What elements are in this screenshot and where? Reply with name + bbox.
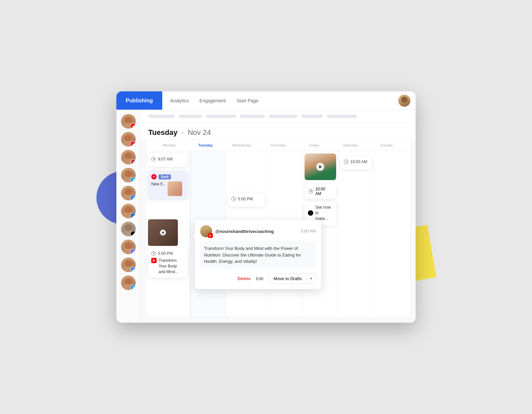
main-layout: P 📷 ✕ f bbox=[116, 110, 416, 323]
account-avatar-twitter2[interactable]: ✕ bbox=[121, 275, 136, 290]
cal-col-saturday: 10:00 AM bbox=[338, 151, 374, 317]
clock-icon-2 bbox=[151, 251, 156, 256]
cal-col-wednesday: 5:00 PM bbox=[226, 151, 267, 317]
account-avatar-facebook[interactable]: f bbox=[121, 186, 136, 200]
filter-pill-2[interactable] bbox=[179, 115, 202, 118]
friday-post-header: ♪ See how to make... bbox=[308, 205, 333, 221]
outer-wrapper: ℓ Publishing Analytics Engagement Start … bbox=[116, 91, 416, 323]
post-card-monday-evening[interactable]: 5:00 PM Transform Your Body and Mind... bbox=[148, 248, 188, 278]
draft-image bbox=[168, 181, 182, 196]
sidebar-item-linkedin[interactable]: in bbox=[121, 204, 136, 218]
pinterest-icon: P bbox=[151, 174, 157, 179]
draft-badge: Draft bbox=[159, 174, 171, 179]
popup-username: @nourishandthrivecoaching bbox=[215, 229, 298, 234]
tiktok-icon: ♪ bbox=[308, 210, 313, 216]
tab-analytics[interactable]: Analytics bbox=[170, 97, 189, 105]
weekday-headers: Monday Tuesday Wednesday Thursday Friday… bbox=[146, 140, 410, 151]
account-avatar-pinterest[interactable]: P bbox=[121, 132, 136, 147]
youtube-badge bbox=[130, 123, 136, 129]
calendar-columns: 9:07 AM P Draft bbox=[146, 151, 410, 317]
google-badge: G bbox=[130, 267, 136, 272]
post-time-saturday: 10:00 AM bbox=[344, 159, 369, 164]
friday-post-caption: See how to make... bbox=[315, 205, 333, 221]
sidebar-item-instagram[interactable]: 📷 bbox=[121, 150, 136, 164]
account-avatar-google[interactable]: G bbox=[121, 258, 136, 272]
delete-button[interactable]: Delete bbox=[238, 276, 251, 281]
clock-icon bbox=[151, 157, 156, 161]
sidebar-item-youtube[interactable] bbox=[121, 114, 136, 129]
weekday-sunday: Sunday bbox=[368, 140, 405, 151]
calendar-month-day: Nov 24 bbox=[188, 128, 211, 137]
edit-button[interactable]: Edit bbox=[256, 276, 263, 281]
avatar-image bbox=[398, 95, 410, 107]
friday-post-area: 10:00 AM ♪ See how to make... bbox=[305, 154, 336, 226]
sidebar-item-tiktok[interactable]: ♪ bbox=[121, 222, 136, 236]
top-nav: Publishing Analytics Engagement Start Pa… bbox=[116, 91, 416, 110]
popup-actions: Delete Edit Move to Drafts ▾ bbox=[200, 273, 316, 284]
svg-marker-0 bbox=[133, 125, 134, 127]
account-avatar-mastodon[interactable]: M bbox=[121, 240, 136, 254]
post-card-saturday[interactable]: 10:00 AM bbox=[340, 156, 372, 169]
mastodon-badge: M bbox=[130, 249, 136, 254]
account-avatar-tiktok[interactable]: ♪ bbox=[121, 222, 136, 236]
sidebar-item-pinterest[interactable]: P bbox=[121, 132, 136, 147]
move-drafts-arrow[interactable]: ▾ bbox=[307, 274, 316, 283]
filter-pill-7[interactable] bbox=[327, 115, 357, 118]
draft-header: P Draft bbox=[151, 174, 185, 179]
post-popup: @nourishandthrivecoaching 5:00 PM Transf… bbox=[195, 220, 321, 289]
weekday-thursday: Thursday bbox=[260, 140, 296, 151]
popup-time: 5:00 PM bbox=[301, 229, 316, 234]
filter-pill-5[interactable] bbox=[269, 115, 297, 118]
friday-play-button[interactable] bbox=[316, 163, 324, 171]
post-time-monday-morning: 9:07 AM bbox=[151, 157, 185, 161]
account-avatar-youtube[interactable] bbox=[121, 114, 136, 129]
post-time-wednesday: 5:00 PM bbox=[231, 197, 261, 201]
tiktok-badge: ♪ bbox=[130, 231, 136, 236]
sidebar-item-twitter2[interactable]: ✕ bbox=[121, 275, 136, 290]
monday-video-thumbnail bbox=[148, 219, 178, 246]
calendar-day-label: Tuesday bbox=[148, 128, 178, 137]
cal-col-sunday bbox=[374, 151, 410, 317]
facebook-badge: f bbox=[130, 195, 136, 200]
move-drafts-label[interactable]: Move to Drafts bbox=[269, 274, 307, 283]
post-card-monday-morning[interactable]: 9:07 AM bbox=[148, 154, 188, 167]
account-avatar-instagram[interactable]: 📷 bbox=[121, 150, 136, 164]
filter-pill-4[interactable] bbox=[240, 115, 265, 118]
weekday-wednesday: Wednesday bbox=[224, 140, 260, 151]
move-to-drafts-button[interactable]: Move to Drafts ▾ bbox=[269, 273, 316, 284]
post-card-wednesday[interactable]: 5:00 PM bbox=[228, 193, 265, 207]
sidebar-item-facebook[interactable]: f bbox=[121, 186, 136, 200]
tab-start-page[interactable]: Start Page bbox=[236, 97, 258, 105]
account-avatar-linkedin[interactable]: in bbox=[121, 204, 136, 218]
clock-icon-sat bbox=[344, 159, 348, 164]
draft-content: New fl... bbox=[151, 181, 185, 196]
filter-pill-1[interactable] bbox=[148, 115, 175, 118]
weekday-saturday: Saturday bbox=[332, 140, 368, 151]
clock-icon-fri bbox=[309, 189, 313, 194]
post-card-draft[interactable]: P Draft New fl... bbox=[148, 171, 188, 199]
pinterest-badge: P bbox=[130, 141, 136, 147]
instagram-badge: 📷 bbox=[130, 159, 136, 164]
monday-post2-content: Transform Your Body and Mind... bbox=[151, 258, 185, 274]
avatar[interactable] bbox=[398, 95, 410, 107]
popup-avatar bbox=[200, 225, 212, 237]
play-button[interactable] bbox=[160, 230, 166, 236]
youtube-icon-small bbox=[151, 258, 157, 263]
calendar-grid: Monday Tuesday Wednesday Thursday Friday… bbox=[146, 140, 410, 317]
weekday-friday: Friday bbox=[296, 140, 332, 151]
nav-publishing-tab[interactable]: Publishing bbox=[116, 91, 162, 110]
post-time-monday-evening: 5:00 PM bbox=[151, 251, 185, 256]
calendar-date-dot: · bbox=[182, 128, 184, 137]
filter-pill-6[interactable] bbox=[301, 115, 323, 118]
filter-pill-3[interactable] bbox=[206, 115, 236, 118]
sidebar-item-twitter[interactable]: ✕ bbox=[121, 168, 136, 182]
sidebar-item-google[interactable]: G bbox=[121, 258, 136, 272]
tab-engagement[interactable]: Engagement bbox=[200, 97, 226, 105]
account-avatar-twitter[interactable]: ✕ bbox=[121, 168, 136, 182]
sidebar-item-mastodon[interactable]: M bbox=[121, 240, 136, 254]
cal-col-monday: 9:07 AM P Draft bbox=[146, 151, 190, 317]
friday-time-card: 10:00 AM bbox=[305, 184, 336, 199]
friday-thumbnail bbox=[305, 154, 336, 180]
saturday-post-area: 10:00 AM bbox=[340, 156, 372, 169]
app-window: Publishing Analytics Engagement Start Pa… bbox=[116, 91, 416, 323]
